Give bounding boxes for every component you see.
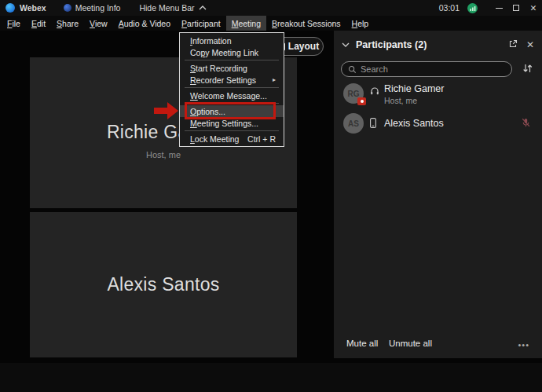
annotation-arrow-icon (154, 108, 167, 114)
menu-item-recorder-settings[interactable]: Recorder Settings ▸ (180, 74, 284, 86)
avatar: RG (343, 83, 364, 104)
minimize-icon (496, 8, 503, 9)
unmute-all-button[interactable]: Unmute all (389, 339, 432, 348)
menu-edit[interactable]: Edit (26, 16, 51, 31)
annotation-highlight-box (185, 102, 276, 119)
webex-meeting-window: Webex Meeting Info Hide Menu Bar 03:01 ✕… (0, 0, 542, 392)
avatar: AS (343, 113, 364, 134)
audio-connected-icon (467, 3, 478, 13)
close-panel-icon[interactable]: ✕ (526, 39, 534, 50)
call-controls-toolbar: ▾ ▾ ✕ (0, 363, 542, 392)
panel-more-options-icon[interactable]: ••• (518, 340, 529, 350)
menu-breakout-sessions[interactable]: Breakout Sessions (266, 16, 346, 31)
tile-participant-name: Alexis Santos (107, 274, 219, 295)
annotation-arrow-head-icon (167, 102, 178, 119)
participant-search[interactable] (341, 61, 512, 77)
close-button[interactable]: ✕ (525, 0, 542, 16)
mute-all-button[interactable]: Mute all (346, 339, 378, 348)
meeting-info-button[interactable]: Meeting Info (64, 3, 121, 13)
participant-role: Host, me (384, 96, 417, 105)
participant-name: Alexis Santos (384, 118, 444, 129)
menu-item-copy-meeting-link[interactable]: Copy Meeting Link (180, 46, 284, 58)
muted-mic-icon (521, 117, 531, 131)
participant-row[interactable]: AS Alexis Santos (334, 112, 542, 135)
app-name: Webex (20, 3, 46, 13)
sort-participants-icon[interactable] (522, 63, 533, 77)
menubar: File Edit Share View Audio & Video Parti… (0, 16, 542, 31)
minimize-button[interactable] (490, 0, 507, 16)
close-icon: ✕ (530, 3, 537, 13)
participant-row[interactable]: RG Richie Gamer Host, me (334, 81, 542, 111)
clock: 03:01 (439, 3, 460, 13)
menu-help[interactable]: Help (346, 16, 375, 31)
hide-menu-bar-button[interactable]: Hide Menu Bar (139, 3, 206, 13)
mobile-phone-icon (370, 118, 376, 128)
chevron-up-icon (199, 5, 207, 10)
popout-panel-icon[interactable] (508, 38, 518, 52)
participants-panel-header: Participants (2) ✕ (334, 37, 542, 53)
participants-panel: Participants (2) ✕ RG Richie Ga (334, 31, 542, 358)
meeting-info-label: Meeting Info (75, 3, 121, 13)
menu-item-information[interactable]: Information (180, 35, 284, 46)
search-input[interactable] (361, 64, 505, 74)
menu-participant[interactable]: Participant (176, 16, 226, 31)
shortcut-label: Ctrl + R (247, 134, 276, 144)
recording-badge-icon (357, 97, 366, 105)
video-tile-alexis: Alexis Santos (30, 212, 297, 357)
menu-item-lock-meeting[interactable]: Lock Meeting Ctrl + R (180, 133, 284, 145)
meeting-info-icon (64, 4, 71, 12)
participants-panel-title: Participants (2) (356, 39, 427, 50)
headset-icon (370, 86, 379, 96)
collapse-chevron-icon[interactable] (342, 42, 350, 47)
menu-item-welcome-message[interactable]: Welcome Message... (180, 90, 284, 101)
hide-menu-bar-label: Hide Menu Bar (139, 3, 194, 13)
menu-audio-video[interactable]: Audio & Video (113, 16, 176, 31)
menu-item-start-recording[interactable]: Start Recording (180, 62, 284, 74)
tile-participant-role: Host, me (146, 150, 181, 159)
menu-meeting[interactable]: Meeting (226, 16, 266, 31)
participant-name: Richie Gamer (384, 83, 444, 94)
maximize-button[interactable] (507, 0, 525, 16)
participants-panel-footer: Mute all Unmute all ••• (334, 339, 542, 356)
menu-file[interactable]: File (2, 16, 26, 31)
menu-view[interactable]: View (84, 16, 113, 31)
menu-share[interactable]: Share (51, 16, 84, 31)
search-icon (348, 65, 357, 74)
meeting-dropdown-menu: Information Copy Meeting Link Start Reco… (179, 32, 284, 147)
submenu-arrow-icon: ▸ (273, 76, 276, 83)
titlebar: Webex Meeting Info Hide Menu Bar 03:01 ✕ (0, 0, 542, 16)
webex-logo-icon (5, 3, 15, 13)
layout-button-label: Layout (288, 41, 319, 52)
maximize-icon (513, 5, 519, 11)
